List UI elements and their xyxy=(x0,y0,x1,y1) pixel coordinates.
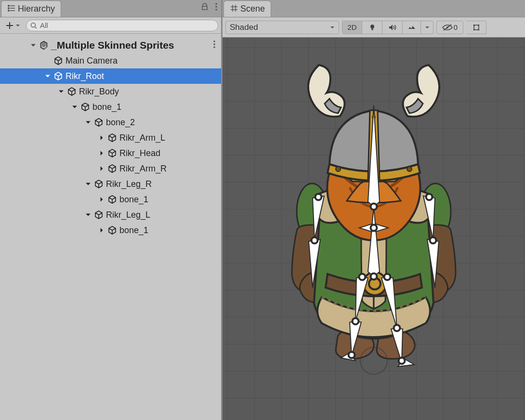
svg-line-10 xyxy=(35,26,37,28)
gameobject-name: Main Camera xyxy=(66,56,118,66)
scene-tab-strip: Scene xyxy=(223,0,525,17)
hierarchy-row[interactable]: bone_1 xyxy=(0,192,221,207)
gameobject-icon xyxy=(66,86,77,97)
hierarchy-row[interactable]: bone_1 xyxy=(0,99,221,115)
gameobject-icon xyxy=(93,179,104,189)
audio-button[interactable] xyxy=(382,21,403,34)
hierarchy-row[interactable]: Rikr_Root xyxy=(0,68,221,84)
foldout-icon[interactable] xyxy=(71,104,78,110)
scene-name: _Multiple Skinned Sprites xyxy=(51,39,174,51)
search-input[interactable]: All xyxy=(26,20,218,31)
hierarchy-row[interactable]: Rikr_Body xyxy=(0,84,221,99)
gizmos-button[interactable] xyxy=(466,21,486,34)
gameobject-name: bone_1 xyxy=(119,225,148,236)
list-icon xyxy=(7,4,16,14)
hierarchy-tab[interactable]: Hierarchy xyxy=(1,0,61,17)
gameobject-name: Rikr_Head xyxy=(119,148,160,158)
svg-point-53 xyxy=(360,347,387,374)
scene-view-icon xyxy=(230,4,238,14)
svg-point-24 xyxy=(336,167,341,171)
svg-point-34 xyxy=(316,195,321,199)
lighting-button[interactable] xyxy=(362,21,382,34)
gameobject-icon xyxy=(107,148,118,158)
foldout-icon[interactable] xyxy=(85,211,92,218)
gameobject-name: bone_1 xyxy=(119,195,148,205)
hierarchy-row[interactable]: Rikr_Head xyxy=(0,145,221,161)
foldout-icon[interactable] xyxy=(30,42,37,49)
gameobject-name: bone_1 xyxy=(92,102,121,112)
hierarchy-tree[interactable]: _Multiple Skinned Sprites Main CameraRik… xyxy=(0,34,221,420)
svg-point-4 xyxy=(8,10,10,11)
svg-point-32 xyxy=(371,225,376,230)
gameobject-name: Rikr_Leg_R xyxy=(106,179,152,189)
gameobject-name: Rikr_Root xyxy=(66,71,104,81)
gameobject-name: Rikr_Body xyxy=(79,87,119,97)
2d-toggle-button[interactable]: 2D xyxy=(342,21,362,34)
foldout-icon[interactable] xyxy=(98,165,105,172)
gameobject-icon xyxy=(107,132,118,143)
root: Hierarchy All xyxy=(0,0,525,420)
svg-point-0 xyxy=(8,5,10,6)
character-sprite[interactable] xyxy=(268,52,480,390)
foldout-icon[interactable] xyxy=(85,119,92,126)
svg-point-13 xyxy=(213,46,215,48)
svg-point-46 xyxy=(349,353,354,357)
foldout-icon[interactable] xyxy=(98,196,105,203)
svg-point-28 xyxy=(371,274,376,279)
scene-row[interactable]: _Multiple Skinned Sprites xyxy=(0,38,221,53)
svg-point-44 xyxy=(353,319,358,324)
hierarchy-row[interactable]: bone_2 xyxy=(0,115,221,130)
svg-point-42 xyxy=(360,275,365,279)
svg-point-8 xyxy=(215,9,217,11)
gameobject-icon xyxy=(107,225,118,236)
svg-point-52 xyxy=(399,358,404,363)
foldout-icon[interactable] xyxy=(85,181,92,187)
gameobject-name: Rikr_Arm_R xyxy=(119,164,167,174)
context-menu-icon[interactable] xyxy=(214,2,218,13)
scene-tab-label: Scene xyxy=(240,4,265,14)
effects-dropdown-button[interactable] xyxy=(421,21,433,34)
hierarchy-tab-strip: Hierarchy xyxy=(0,0,221,17)
scene-viewport[interactable] xyxy=(223,38,525,420)
shading-mode-dropdown[interactable]: Shaded xyxy=(225,21,339,34)
hierarchy-row[interactable]: Rikr_Arm_R xyxy=(0,161,221,176)
hierarchy-row[interactable]: bone_1 xyxy=(0,223,221,238)
hierarchy-tab-label: Hierarchy xyxy=(18,4,55,14)
shading-mode-label: Shaded xyxy=(230,23,258,32)
gameobject-icon xyxy=(53,71,64,81)
svg-point-30 xyxy=(371,204,376,209)
hidden-objects-button[interactable]: 0 xyxy=(436,21,463,34)
gameobject-icon xyxy=(93,210,104,220)
svg-point-48 xyxy=(385,275,390,279)
svg-point-38 xyxy=(427,195,432,199)
hierarchy-row[interactable]: Main Camera xyxy=(0,53,221,68)
foldout-icon[interactable] xyxy=(98,150,105,157)
svg-point-2 xyxy=(8,7,10,9)
gameobject-icon xyxy=(80,102,91,112)
scene-toolbar: Shaded 2D xyxy=(223,17,525,38)
hidden-count: 0 xyxy=(454,23,458,31)
svg-point-40 xyxy=(431,238,435,243)
2d-label: 2D xyxy=(347,23,356,31)
svg-point-7 xyxy=(215,6,217,8)
hierarchy-row[interactable]: Rikr_Leg_R xyxy=(0,176,221,192)
gameobject-icon xyxy=(107,194,118,205)
search-placeholder: All xyxy=(40,21,48,29)
scene-menu-icon[interactable] xyxy=(212,39,216,51)
create-button[interactable] xyxy=(3,20,22,31)
svg-point-6 xyxy=(215,3,217,5)
hierarchy-row[interactable]: Rikr_Leg_L xyxy=(0,207,221,223)
foldout-icon[interactable] xyxy=(58,88,65,95)
gameobject-name: bone_2 xyxy=(106,118,135,128)
foldout-icon[interactable] xyxy=(44,73,51,79)
hierarchy-row[interactable]: Rikr_Arm_L xyxy=(0,130,221,145)
foldout-icon[interactable] xyxy=(98,134,105,141)
svg-point-9 xyxy=(31,23,36,27)
scene-tab[interactable]: Scene xyxy=(223,0,271,17)
effects-button[interactable] xyxy=(403,21,421,34)
foldout-icon[interactable] xyxy=(98,227,105,234)
gameobject-name: Rikr_Arm_L xyxy=(119,133,165,143)
lock-icon[interactable] xyxy=(201,3,209,13)
gameobject-icon xyxy=(107,163,118,174)
scene-panel: Scene Shaded 2D xyxy=(223,0,525,420)
